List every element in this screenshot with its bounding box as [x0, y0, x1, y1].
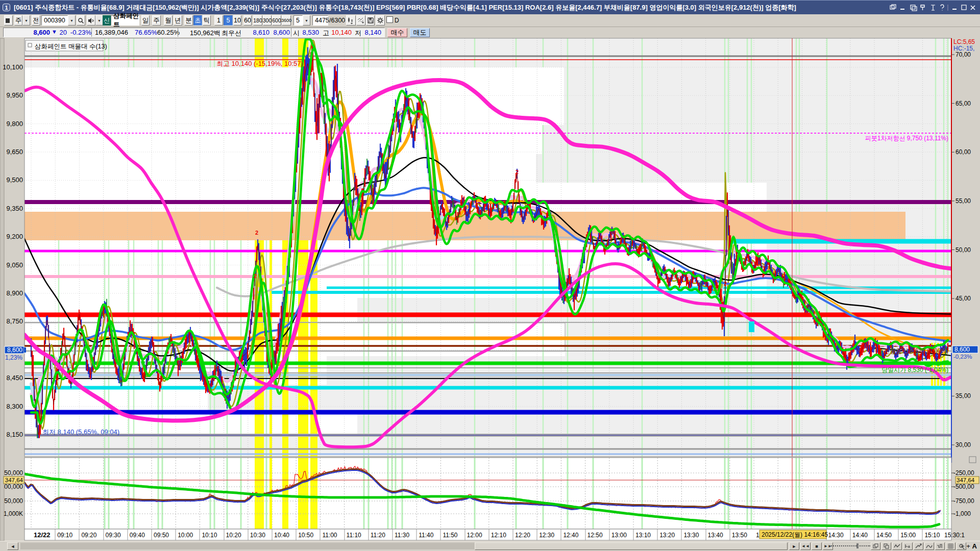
svg-text:15:30:1: 15:30:1	[944, 532, 965, 539]
svg-text:11:50: 11:50	[443, 532, 457, 539]
svg-text:14: 14	[756, 532, 763, 539]
svg-text:8,600: 8,600	[954, 346, 970, 353]
svg-text:50,000: 50,000	[4, 469, 23, 477]
svg-text:-500,00: -500,00	[953, 483, 974, 490]
svg-text:-1,000: -1,000	[953, 510, 971, 517]
svg-text:14:40: 14:40	[852, 532, 868, 539]
svg-text:-750,00: -750,00	[953, 497, 974, 505]
svg-text:최저 8,140 (5,65%, 09:04): 최저 8,140 (5,65%, 09:04)	[42, 428, 119, 436]
svg-text:09:20: 09:20	[81, 532, 96, 539]
svg-text:09:10: 09:10	[57, 532, 72, 539]
svg-text:13:50: 13:50	[732, 532, 747, 539]
svg-text:30,00: 30,00	[955, 441, 971, 448]
svg-text:8,900: 8,900	[6, 289, 23, 297]
svg-text:12:50: 12:50	[587, 532, 603, 539]
svg-text:10,100: 10,100	[3, 63, 23, 71]
svg-text:09:50: 09:50	[154, 532, 169, 539]
svg-text:13:30: 13:30	[683, 532, 699, 539]
svg-text:15:00: 15:00	[900, 532, 916, 539]
svg-text:2: 2	[255, 230, 258, 236]
svg-text:9,950: 9,950	[6, 91, 23, 99]
svg-text:11:00: 11:00	[322, 532, 337, 539]
svg-text:9,200: 9,200	[6, 233, 23, 240]
svg-text:55,00: 55,00	[955, 197, 971, 205]
svg-text:13:40: 13:40	[708, 532, 723, 539]
svg-text:09:40: 09:40	[130, 532, 145, 539]
svg-text:9,350: 9,350	[6, 205, 23, 212]
svg-text:14:30: 14:30	[828, 532, 844, 539]
svg-text:10:10: 10:10	[202, 532, 217, 539]
svg-text:13:10: 13:10	[635, 532, 651, 539]
svg-text:10:50: 10:50	[298, 532, 313, 539]
svg-text:10:00: 10:00	[178, 532, 193, 539]
svg-text:11:30: 11:30	[395, 532, 409, 539]
svg-text:12/22: 12/22	[34, 531, 51, 539]
svg-text:2: 2	[724, 281, 727, 287]
svg-text:50,00: 50,00	[955, 246, 971, 254]
svg-text:347,64: 347,64	[5, 477, 23, 483]
svg-text:8,450: 8,450	[6, 374, 23, 382]
svg-text:50,000: 50,000	[4, 497, 23, 505]
svg-text:12:40: 12:40	[563, 532, 578, 539]
svg-text:12:30: 12:30	[539, 532, 554, 539]
svg-text:9,050: 9,050	[6, 261, 23, 269]
svg-text:00,000: 00,000	[4, 483, 23, 490]
svg-text:LC:5,65: LC:5,65	[953, 38, 975, 45]
svg-text:10:30: 10:30	[250, 532, 265, 539]
svg-text:09:30: 09:30	[106, 532, 121, 539]
svg-text:60,00: 60,00	[955, 148, 971, 156]
svg-text:1,000K: 1,000K	[4, 510, 23, 517]
svg-text:45,00: 45,00	[955, 295, 971, 302]
svg-text:-250,00: -250,00	[953, 469, 974, 477]
svg-text:15:10: 15:10	[924, 532, 940, 539]
svg-text:10:20: 10:20	[226, 532, 241, 539]
svg-text:12:10: 12:10	[491, 532, 506, 539]
svg-text:8,300: 8,300	[6, 403, 23, 410]
svg-text:65,00: 65,00	[955, 100, 971, 107]
svg-text:9,650: 9,650	[6, 148, 23, 156]
svg-text:최고 10,140 (-15,19%, 10:57): 최고 10,140 (-15,19%, 10:57)	[216, 60, 303, 67]
svg-text:삼화페인트 매물대 수(13): 삼화페인트 매물대 수(13)	[35, 43, 107, 50]
svg-text:9,500: 9,500	[6, 176, 23, 184]
svg-text:70,00: 70,00	[955, 51, 971, 58]
svg-text:11:20: 11:20	[371, 532, 385, 539]
svg-text:12:00: 12:00	[467, 532, 482, 539]
svg-text:2: 2	[516, 169, 519, 175]
svg-text:피봇1차저항선 9,750 (13,11%): 피봇1차저항선 9,750 (13,11%)	[865, 135, 948, 142]
svg-text:8,600: 8,600	[7, 346, 22, 354]
svg-text:13:00: 13:00	[611, 532, 627, 539]
svg-text:14:50: 14:50	[876, 532, 892, 539]
svg-text:8,150: 8,150	[6, 431, 23, 438]
svg-text:HC:-15,: HC:-15,	[953, 45, 974, 52]
svg-text:12:20: 12:20	[515, 532, 530, 539]
svg-text:11:40: 11:40	[419, 532, 433, 539]
svg-text:2: 2	[254, 273, 257, 279]
svg-text:8,750: 8,750	[6, 317, 23, 325]
svg-text:-0,23%: -0,23%	[953, 354, 972, 360]
svg-text:1,23%: 1,23%	[5, 354, 22, 361]
svg-text:10:40: 10:40	[274, 532, 289, 539]
svg-text:35,00: 35,00	[955, 392, 971, 399]
svg-text:9,800: 9,800	[6, 120, 23, 128]
svg-text:2025/12/22(월) 14:16:45: 2025/12/22(월) 14:16:45	[762, 531, 828, 538]
svg-text:347,64: 347,64	[957, 477, 975, 483]
svg-text:11:10: 11:10	[347, 532, 361, 539]
svg-text:당일시가 8,530 (-1,04%): 당일시가 8,530 (-1,04%)	[881, 366, 948, 373]
svg-text:13:20: 13:20	[659, 532, 675, 539]
svg-text:전일종가 8,620 (0,00%): 전일종가 8,620 (0,00%)	[884, 347, 948, 355]
